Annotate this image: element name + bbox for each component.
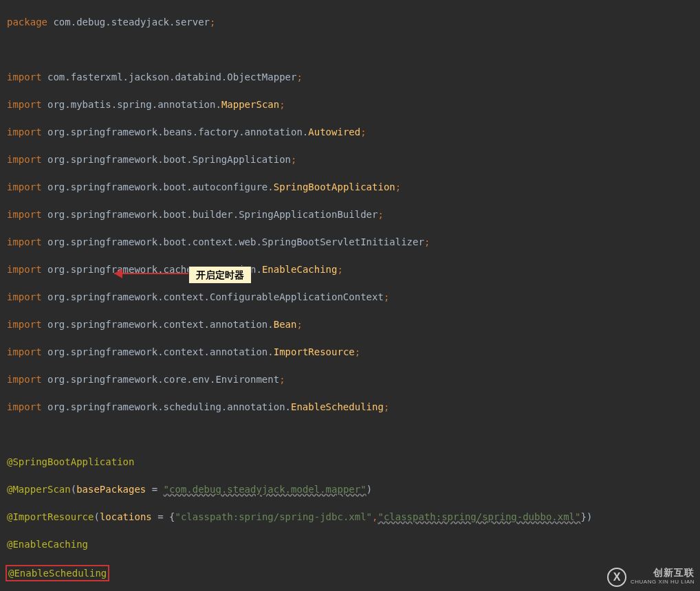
code-line: import org.springframework.boot.context.… <box>7 235 700 249</box>
code-line <box>7 427 700 441</box>
code-line: @SpringBootApplication <box>7 455 700 469</box>
code-line: import org.mybatis.spring.annotation.Map… <box>7 98 700 111</box>
code-line: import org.springframework.boot.SpringAp… <box>7 153 700 166</box>
code-line: import org.springframework.boot.builder.… <box>7 208 700 221</box>
watermark-brand: 创新互联 <box>631 568 694 577</box>
code-line: import org.springframework.core.env.Envi… <box>7 372 700 386</box>
code-line: import com.fasterxml.jackson.databind.Ob… <box>7 70 700 84</box>
arrow-head-icon <box>114 269 122 278</box>
arrow-line <box>114 273 188 274</box>
code-line: import org.springframework.context.annot… <box>7 345 700 359</box>
code-line: import org.springframework.cache.annotat… <box>7 263 700 276</box>
code-line: @EnableCaching <box>7 537 700 551</box>
code-editor[interactable]: package com.debug.steadyjack.server; imp… <box>0 0 700 591</box>
code-line: @MapperScan(basePackages = "com.debug.st… <box>7 482 700 496</box>
watermark-sub: CHUANG XIN HU LIAN <box>631 579 694 585</box>
code-line: import org.springframework.beans.factory… <box>7 125 700 139</box>
code-line: import org.springframework.context.annot… <box>7 317 700 331</box>
watermark-logo-icon: X <box>607 568 626 587</box>
code-line: import org.springframework.scheduling.an… <box>7 400 700 414</box>
code-line: import org.springframework.context.Confi… <box>7 290 700 304</box>
code-line: package com.debug.steadyjack.server; <box>7 15 700 29</box>
code-line: @EnableScheduling <box>7 565 700 581</box>
code-line: import org.springframework.boot.autoconf… <box>7 180 700 194</box>
watermark: X 创新互联 CHUANG XIN HU LIAN <box>607 568 694 587</box>
callout-label: 开启定时器 <box>188 266 252 284</box>
highlighted-annotation: @EnableScheduling <box>6 565 109 581</box>
code-line: @ImportResource(locations = {"classpath:… <box>7 510 700 524</box>
code-line <box>7 43 700 56</box>
